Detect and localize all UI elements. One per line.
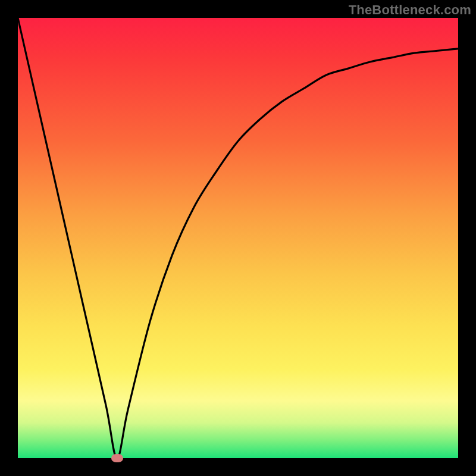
attribution-label: TheBottleneck.com (349, 2, 471, 18)
plot-area (18, 18, 458, 458)
chart-frame: TheBottleneck.com (0, 0, 476, 476)
optimum-marker (111, 454, 123, 462)
bottleneck-curve (18, 18, 458, 458)
